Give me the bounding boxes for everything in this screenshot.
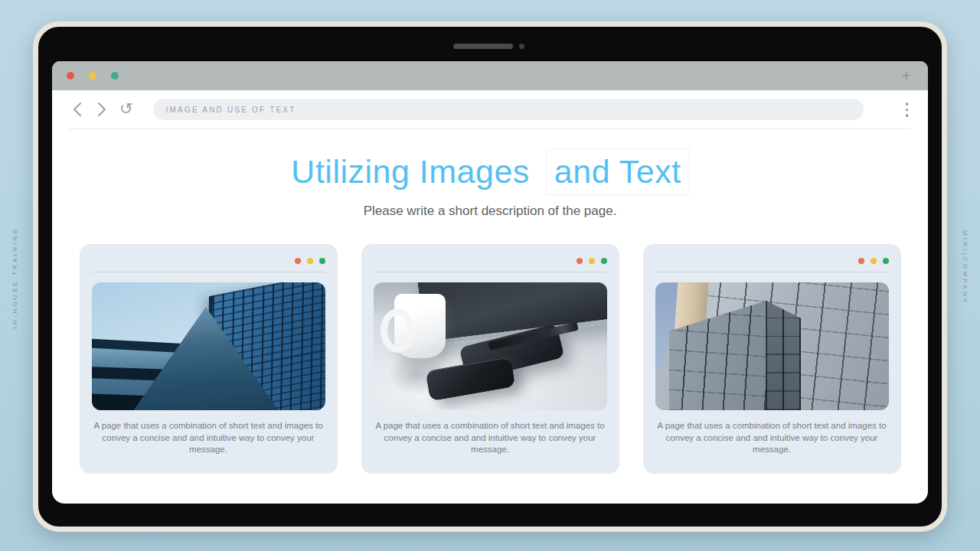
yellow-dot-icon (871, 258, 877, 264)
browser-card-1: A page that uses a combination of short … (80, 244, 338, 474)
reload-icon[interactable]: ↺ (119, 99, 133, 118)
right-vertical-label: MIRI|COMPANY (962, 230, 969, 305)
close-window-button[interactable] (67, 72, 74, 80)
left-vertical-label: IN-HOUSE TRAINING (11, 227, 18, 329)
skyscraper-low-angle-photo (92, 282, 325, 410)
green-dot-icon (319, 258, 325, 264)
url-text: IMAGE AND USE OF TEXT (166, 106, 296, 114)
card-window-controls (655, 244, 889, 264)
glass-building-corner-photo (655, 282, 889, 410)
page-title-part2-box: and Text (547, 149, 689, 194)
back-button[interactable] (69, 101, 86, 118)
desk-workspace-photo (374, 282, 607, 410)
desktop-background: IN-HOUSE TRAINING MIRI|COMPANY + (0, 0, 980, 551)
red-dot-icon (858, 258, 864, 264)
card-window-controls (92, 244, 325, 264)
nav-divider (69, 129, 911, 129)
menu-button[interactable] (901, 101, 913, 119)
green-dot-icon (601, 258, 607, 264)
speaker-bar (453, 44, 513, 49)
browser-tab-bar: + (52, 61, 928, 90)
browser-window: + ↺ IMAGE AND USE OF TEXT Utilizing Imag (52, 61, 928, 504)
browser-card-2: A page that uses a combination of short … (361, 244, 619, 474)
zoom-window-button[interactable] (111, 72, 119, 80)
browser-nav-bar: ↺ IMAGE AND USE OF TEXT (52, 90, 928, 129)
yellow-dot-icon (589, 258, 595, 264)
forward-button[interactable] (93, 101, 110, 118)
url-bar[interactable]: IMAGE AND USE OF TEXT (153, 99, 864, 120)
page-title: Utilizing Imagesand Text (52, 149, 928, 194)
card-description: A page that uses a combination of short … (655, 420, 889, 456)
card-divider (92, 272, 325, 272)
minimize-window-button[interactable] (89, 72, 96, 80)
red-dot-icon (577, 258, 583, 264)
card-window-controls (374, 244, 607, 264)
new-tab-button[interactable]: + (897, 64, 916, 87)
card-divider (374, 272, 607, 272)
page-title-part2: and Text (554, 153, 681, 190)
yellow-dot-icon (307, 258, 313, 264)
card-divider (655, 272, 889, 272)
green-dot-icon (883, 258, 889, 264)
card-description: A page that uses a combination of short … (92, 420, 325, 456)
window-controls (67, 72, 119, 80)
browser-card-3: A page that uses a combination of short … (643, 244, 901, 474)
card-description: A page that uses a combination of short … (374, 420, 607, 456)
tablet-frame: + ↺ IMAGE AND USE OF TEXT Utilizing Imag (33, 21, 947, 532)
page-subtitle: Please write a short description of the … (52, 204, 928, 219)
slide-content: Utilizing Imagesand Text Please write a … (52, 149, 928, 504)
card-row: A page that uses a combination of short … (52, 244, 928, 474)
red-dot-icon (295, 258, 301, 264)
page-title-part1: Utilizing Images (291, 153, 530, 190)
camera-dot (519, 44, 524, 49)
